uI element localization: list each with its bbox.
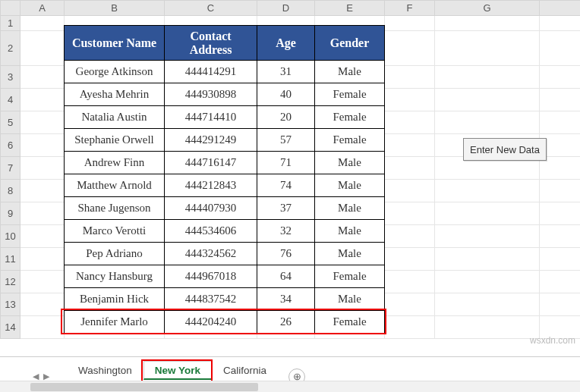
cell-gender[interactable]: Male <box>315 220 385 243</box>
table-row[interactable]: Ayesha Mehrin44493089840Female <box>65 83 385 106</box>
col-contact-address[interactable]: Contact Address <box>165 26 257 61</box>
cell-name[interactable]: Pep Adriano <box>65 243 165 265</box>
cell-gender[interactable]: Female <box>315 83 385 106</box>
cell-contact[interactable]: 444212843 <box>165 174 257 197</box>
customer-table: Customer Name Contact Address Age Gender… <box>64 25 385 334</box>
column-header[interactable] <box>540 1 581 16</box>
table-row[interactable]: Stephanie Orwell44429124957Female <box>65 129 385 152</box>
cell-name[interactable]: George Atkinson <box>65 61 165 83</box>
cell-age[interactable]: 40 <box>257 83 315 106</box>
cell-age[interactable]: 20 <box>257 106 315 129</box>
cell-contact[interactable]: 444414291 <box>165 61 257 83</box>
cell-contact[interactable]: 444714410 <box>165 106 257 129</box>
cell-age[interactable]: 34 <box>257 288 315 311</box>
cell-contact[interactable]: 444967018 <box>165 265 257 288</box>
worksheet-area: A B C D E F G 1 2 3 4 5 6 7 8 9 10 11 12… <box>0 0 580 356</box>
cell-age[interactable]: 74 <box>257 174 315 197</box>
cell-name[interactable]: Andrew Finn <box>65 152 165 174</box>
cell-name[interactable]: Nancy Hansburg <box>65 265 165 288</box>
sheet-tab-california[interactable]: California <box>212 361 278 378</box>
col-age[interactable]: Age <box>257 26 315 61</box>
table-header-row: Customer Name Contact Address Age Gender <box>65 26 385 61</box>
cell-name[interactable]: Ayesha Mehrin <box>65 83 165 106</box>
cell-contact[interactable]: 444930898 <box>165 83 257 106</box>
cell-name[interactable]: Stephanie Orwell <box>65 129 165 152</box>
row-header[interactable]: 14 <box>1 316 20 339</box>
row-header[interactable]: 7 <box>1 157 20 180</box>
table-row[interactable]: Andrew Finn44471614771Male <box>65 152 385 174</box>
select-all-corner[interactable] <box>1 1 20 16</box>
sheet-tab-strip: ◀ ▶ Washington New York California ⊕ <box>0 356 580 392</box>
cell-contact[interactable]: 444407930 <box>165 197 257 220</box>
column-header-row: A B C D E F G <box>1 1 581 16</box>
cell-gender[interactable]: Male <box>315 152 385 174</box>
row-header[interactable]: 11 <box>1 248 20 271</box>
table-row[interactable]: Natalia Austin44471441020Female <box>65 106 385 129</box>
row-header[interactable]: 4 <box>1 89 20 111</box>
row-header[interactable]: 8 <box>1 180 20 202</box>
table-row[interactable]: Nancy Hansburg44496701864Female <box>65 265 385 288</box>
cell-name[interactable]: Jennifer Marlo <box>65 311 165 334</box>
cell-age[interactable]: 37 <box>257 197 315 220</box>
cell-age[interactable]: 76 <box>257 243 315 265</box>
cell-name[interactable]: Shane Jugenson <box>65 197 165 220</box>
cell-age[interactable]: 26 <box>257 311 315 334</box>
cell-gender[interactable]: Female <box>315 311 385 334</box>
table-row[interactable]: Benjamin Hick44483754234Male <box>65 288 385 311</box>
cell-contact[interactable]: 444837542 <box>165 288 257 311</box>
row-header[interactable]: 6 <box>1 134 20 157</box>
table-row[interactable]: Pep Adriano44432456276Male <box>65 243 385 265</box>
row-header[interactable]: 13 <box>1 293 20 316</box>
table-row[interactable]: Jennifer Marlo44420424026Female <box>65 311 385 334</box>
table-row[interactable]: Matthew Arnold44421284374Male <box>65 174 385 197</box>
cell-gender[interactable]: Male <box>315 288 385 311</box>
row-header[interactable]: 9 <box>1 202 20 225</box>
cell-contact[interactable]: 444534606 <box>165 220 257 243</box>
column-header[interactable]: A <box>20 1 65 16</box>
cell-gender[interactable]: Female <box>315 265 385 288</box>
cell-contact[interactable]: 444324562 <box>165 243 257 265</box>
column-header[interactable]: B <box>65 1 165 16</box>
table-row[interactable]: Marco Verotti44453460632Male <box>65 220 385 243</box>
row-header[interactable]: 2 <box>1 31 20 66</box>
cell-name[interactable]: Benjamin Hick <box>65 288 165 311</box>
cell-name[interactable]: Natalia Austin <box>65 106 165 129</box>
col-customer-name[interactable]: Customer Name <box>65 26 165 61</box>
column-header[interactable]: F <box>385 1 435 16</box>
cell-age[interactable]: 71 <box>257 152 315 174</box>
row-header[interactable]: 3 <box>1 66 20 89</box>
cell-gender[interactable]: Male <box>315 197 385 220</box>
column-header[interactable]: G <box>435 1 540 16</box>
enter-new-data-button[interactable]: Enter New Data <box>463 138 547 161</box>
column-header[interactable]: C <box>165 1 257 16</box>
cell-gender[interactable]: Female <box>315 129 385 152</box>
column-header[interactable]: E <box>315 1 385 16</box>
cell-gender[interactable]: Male <box>315 243 385 265</box>
column-header[interactable]: D <box>257 1 315 16</box>
cell-contact[interactable]: 444204240 <box>165 311 257 334</box>
row-header[interactable]: 1 <box>1 16 20 31</box>
cell-contact[interactable]: 444291249 <box>165 129 257 152</box>
row-header[interactable]: 12 <box>1 271 20 293</box>
scrollbar-thumb[interactable] <box>30 383 258 391</box>
cell-gender[interactable]: Female <box>315 106 385 129</box>
cell-age[interactable]: 57 <box>257 129 315 152</box>
cell-gender[interactable]: Male <box>315 61 385 83</box>
col-gender[interactable]: Gender <box>315 26 385 61</box>
row-header[interactable]: 5 <box>1 111 20 134</box>
table-row[interactable]: George Atkinson44441429131Male <box>65 61 385 83</box>
cell-name[interactable]: Marco Verotti <box>65 220 165 243</box>
row-header[interactable]: 10 <box>1 225 20 248</box>
sheet-tab-new-york[interactable]: New York <box>143 361 212 380</box>
cell-gender[interactable]: Male <box>315 174 385 197</box>
cell-contact[interactable]: 444716147 <box>165 152 257 174</box>
table-row[interactable]: Shane Jugenson44440793037Male <box>65 197 385 220</box>
sheet-tab-washington[interactable]: Washington <box>67 361 143 378</box>
cell-name[interactable]: Matthew Arnold <box>65 174 165 197</box>
watermark-text: wsxdn.com <box>530 335 575 346</box>
cell-age[interactable]: 32 <box>257 220 315 243</box>
cell-age[interactable]: 64 <box>257 265 315 288</box>
horizontal-scrollbar[interactable] <box>0 381 580 392</box>
cell-age[interactable]: 31 <box>257 61 315 83</box>
